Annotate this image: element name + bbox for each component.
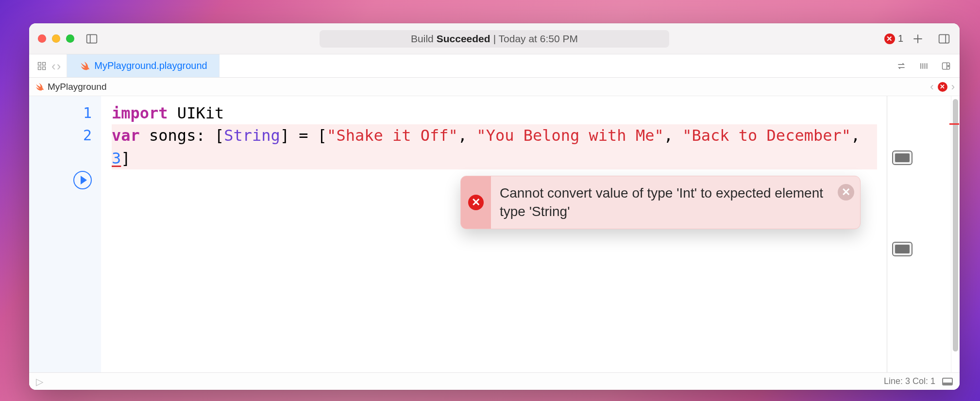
punct: : [ — [196, 126, 224, 145]
punct: , — [664, 126, 683, 145]
svg-rect-8 — [38, 67, 41, 69]
issue-prev-icon[interactable]: ‹ — [930, 81, 933, 93]
svg-rect-0 — [87, 34, 97, 43]
svg-rect-6 — [38, 62, 41, 65]
type-string: String — [224, 126, 280, 145]
error-close-wrap: ✕ — [832, 176, 860, 200]
code-column: 1 2 import UIKitvar songs: [String] = ["… — [29, 96, 887, 372]
punct: , — [851, 126, 870, 145]
close-error-button[interactable]: ✕ — [838, 184, 854, 200]
error-icon[interactable]: ✕ — [938, 82, 947, 92]
keyword-import: import — [112, 104, 168, 122]
xcode-window: Build Succeeded | Today at 6:50 PM ✕ 1 ‹ — [29, 23, 960, 390]
nav-back-forward: ‹ › — [51, 60, 61, 72]
tabbar-right — [888, 54, 960, 77]
tabbar: ‹ › MyPlayground.playground — [29, 54, 960, 78]
swift-icon — [34, 82, 44, 92]
swift-icon — [79, 61, 89, 71]
statusbar: ▷ Line: 3 Col: 1 — [29, 372, 960, 390]
error-icon: ✕ — [884, 33, 895, 44]
status-bold: Succeeded — [437, 33, 490, 45]
back-chevron-icon[interactable]: ‹ — [51, 60, 56, 72]
close-window-button[interactable] — [38, 34, 46, 43]
scroll-thumb[interactable] — [953, 99, 958, 351]
line-number: 1 — [29, 102, 92, 124]
result-view-button[interactable] — [892, 242, 912, 256]
titlebar: Build Succeeded | Today at 6:50 PM ✕ 1 — [29, 23, 960, 54]
run-playground-button[interactable]: ▷ — [36, 376, 43, 387]
breadcrumb-right: ‹ ✕ › — [930, 81, 955, 93]
window-controls — [37, 34, 77, 43]
line-gutter: 1 2 — [29, 96, 101, 372]
minimize-window-button[interactable] — [52, 34, 60, 43]
issue-next-icon[interactable]: › — [951, 81, 955, 93]
string-literal: "Back to December" — [682, 126, 851, 145]
editor: 1 2 import UIKitvar songs: [String] = ["… — [29, 96, 960, 372]
toggle-debug-area-icon[interactable] — [942, 378, 953, 385]
adjust-editor-icon[interactable] — [917, 59, 930, 73]
status-prefix: Build — [411, 33, 434, 45]
results-sidebar — [887, 96, 960, 372]
error-marker[interactable] — [949, 123, 959, 125]
cursor-position: Line: 3 Col: 1 — [884, 376, 935, 386]
error-stripe: ✕ — [461, 176, 491, 229]
swap-icon[interactable] — [895, 59, 908, 73]
tab-myplayground[interactable]: MyPlayground.playground — [67, 54, 219, 77]
add-editor-icon[interactable] — [939, 59, 953, 73]
forward-chevron-icon[interactable]: › — [57, 60, 61, 72]
zoom-window-button[interactable] — [66, 34, 74, 43]
keyword-var: var — [112, 126, 140, 145]
status-suffix: | Today at 6:50 PM — [493, 33, 578, 45]
error-count: 1 — [898, 33, 903, 44]
add-tab-icon[interactable] — [910, 31, 926, 47]
tab-label: MyPlayground.playground — [94, 60, 207, 71]
line-number: 2 — [29, 124, 92, 147]
sidebar-toggle-icon[interactable] — [84, 31, 100, 47]
breadcrumb-bar: MyPlayground ‹ ✕ › — [29, 78, 960, 96]
run-line-button[interactable] — [73, 171, 92, 189]
gutter-run — [29, 147, 92, 189]
breadcrumb-name[interactable]: MyPlayground — [48, 82, 106, 92]
punct: ] = [ — [280, 126, 327, 145]
error-popover: ✕ Cannot convert value of type 'Int' to … — [460, 176, 861, 229]
activity-status[interactable]: Build Succeeded | Today at 6:50 PM — [320, 30, 669, 48]
string-literal: "You Belong with Me" — [476, 126, 663, 145]
string-literal: "Shake it Off" — [327, 126, 458, 145]
code-text[interactable]: import UIKitvar songs: [String] = ["Shak… — [101, 96, 887, 372]
punct: , — [458, 126, 477, 145]
svg-rect-9 — [43, 67, 46, 69]
related-items-icon[interactable] — [35, 59, 49, 73]
int-literal-error: 3 — [112, 149, 121, 167]
error-message: Cannot convert value of type 'Int' to ex… — [491, 176, 832, 229]
titlebar-right — [910, 31, 952, 47]
identifier-songs: songs — [149, 126, 196, 145]
tabbar-nav: ‹ › — [29, 54, 67, 77]
issue-indicator[interactable]: ✕ 1 — [884, 33, 903, 44]
scrollbar[interactable] — [951, 96, 960, 372]
result-view-button[interactable] — [892, 150, 912, 165]
svg-rect-7 — [43, 62, 46, 65]
library-panel-icon[interactable] — [936, 31, 952, 47]
punct: ] — [121, 149, 130, 167]
identifier-uikit: UIKit — [177, 104, 224, 122]
svg-rect-4 — [939, 34, 949, 43]
error-icon: ✕ — [468, 195, 484, 210]
